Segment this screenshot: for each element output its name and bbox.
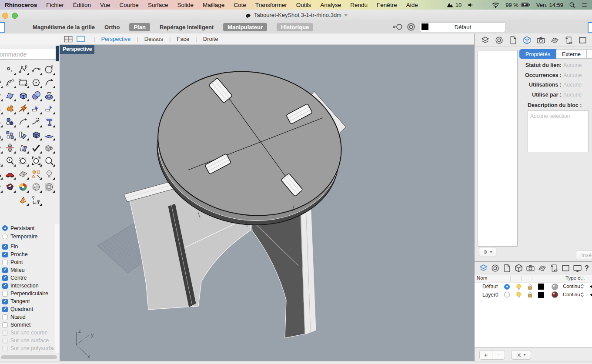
camera-panel-icon[interactable] [526,264,535,273]
add-layer-button[interactable]: + [480,351,492,359]
checkbox-disabled[interactable] [2,346,8,351]
layer-color-swatch[interactable] [538,292,544,298]
menu-item-surface[interactable]: Surface [148,2,168,8]
layer-row-défaut[interactable]: DéfautContinu [475,283,592,291]
layer-name[interactable]: Layer0 [482,292,498,298]
panel-divider[interactable] [475,261,592,262]
tool-cage-icon[interactable] [43,141,56,154]
checkbox-unchecked[interactable] [2,322,8,328]
layer-material-sphere-icon[interactable] [552,284,558,290]
current-layer-selector[interactable]: Défaut [420,22,506,32]
tool-extrude-icon[interactable] [43,128,56,141]
four-viewports-icon[interactable] [64,36,73,43]
perspective-viewport[interactable]: z y x Perspective [60,45,474,361]
tool-text-icon[interactable] [43,115,56,128]
column-separator[interactable] [532,276,532,281]
toolbar-toggle-3[interactable]: Repérage intelligent [160,24,214,30]
menu-item-aide[interactable]: Aide [406,2,418,8]
tool-split-icon[interactable] [43,102,56,115]
block-definitions-list[interactable] [478,50,518,247]
viewport-title-badge[interactable]: Perspective [60,45,94,54]
layer-name[interactable]: Défaut [482,284,498,290]
osnap-option-perpendiculaire[interactable]: Perpendiculaire [2,290,54,297]
grid2-panel-icon[interactable] [550,36,559,45]
checkbox-checked[interactable] [2,244,8,250]
layer-actions-gear-button[interactable] [511,350,531,360]
bluetooth-icon[interactable] [480,1,486,8]
wifi-icon[interactable] [492,2,500,8]
tool-dim-icon[interactable] [30,194,43,207]
cut-tool-icon-left[interactable] [0,22,5,33]
checkbox-unchecked[interactable] [2,291,8,297]
gumball-icon[interactable] [406,22,416,32]
single-viewport-icon[interactable] [77,36,85,42]
tool-fillet-icon[interactable] [17,115,30,128]
battery-status[interactable]: 99 % [505,1,531,9]
checkbox-checked[interactable] [2,299,8,304]
tool-select-icon[interactable] [30,167,43,180]
block-actions-gear-button[interactable] [479,247,496,257]
tool-rect-icon[interactable] [17,76,30,89]
notification-center-icon[interactable] [581,2,588,8]
checkbox-checked[interactable] [2,267,8,273]
layers-panel-icon[interactable] [479,264,488,273]
tool-zoome-icon[interactable] [30,154,43,167]
tool-blocks-icon[interactable] [3,128,17,141]
viewport-tab-droite[interactable]: Droite [203,36,218,42]
linetype-stepper-icon[interactable] [580,284,584,291]
scroll-panel-icon[interactable] [564,36,573,45]
layer-linetype[interactable]: Continu [563,284,580,289]
radio-unselected[interactable] [2,234,8,239]
frame-panel-icon[interactable] [561,264,570,273]
menu-item-cote[interactable]: Cote [234,2,246,8]
tool-curveinterp-icon[interactable] [30,63,43,76]
menu-item-courbe[interactable]: Courbe [120,2,139,8]
scroll-panel-icon[interactable] [549,264,559,273]
print-color-wedge-icon[interactable] [590,284,592,289]
column-separator[interactable] [543,276,543,281]
tool-check-icon[interactable] [30,141,43,154]
osnap-option-milieu[interactable]: Milieu [2,266,54,274]
tool-points-icon[interactable] [0,115,3,128]
checkbox-checked[interactable] [2,275,8,281]
osnap-option-surunesurface[interactable]: Sur une surface [2,337,54,344]
tool-arc-icon[interactable] [43,76,56,89]
tool-mirror-icon[interactable] [17,128,30,141]
layer-lock-icon[interactable] [527,291,533,298]
command-input[interactable] [0,49,57,60]
layer-visibility-bulb-icon[interactable] [515,284,522,290]
toolbar-toggle-4[interactable]: Manipulateur [223,23,267,31]
tool-offset-icon[interactable] [17,141,30,154]
osnap-option-tangent[interactable]: Tangent [2,297,54,305]
help-icon[interactable]: ? [585,264,589,272]
insert-block-button[interactable]: Insérer [576,250,592,260]
tool-car-icon[interactable] [0,167,3,180]
radio-selected[interactable] [2,225,8,231]
tool-cone-icon[interactable] [17,194,30,207]
osnap-mode-temporaire[interactable]: Temporaire [2,232,54,240]
tool-vase-icon[interactable] [3,180,17,194]
title-dropdown-icon[interactable] [344,14,348,17]
grid2-panel-icon[interactable] [538,264,547,273]
tool-car-icon[interactable] [3,167,17,180]
tool-align-icon[interactable] [3,141,17,154]
tool-align-icon[interactable] [0,141,3,154]
menu-item-fentre[interactable]: Fenêtre [377,2,397,8]
tool-colorwheel-icon[interactable] [17,180,30,194]
layer-material-sphere-icon[interactable] [552,291,558,298]
current-layer-radio[interactable] [504,292,510,297]
menu-item-vue[interactable]: Vue [100,2,110,8]
tool-rsphere-icon[interactable] [30,180,43,194]
tab-url[interactable]: URL [587,49,592,59]
toolbar-toggle-0[interactable]: Magnétisme de la grille [33,24,95,30]
tool-srf-icon[interactable] [3,89,17,102]
document-title[interactable]: Tabouret-KeyShot 3-1-tr-rhino.3dm [254,12,341,18]
checkbox-checked[interactable] [2,307,8,312]
checkbox-unchecked[interactable] [2,260,8,265]
column-name-header[interactable]: Nom [477,275,487,281]
checkbox-checked[interactable] [2,283,8,289]
checkbox-disabled[interactable] [2,338,8,344]
tool-blocks-icon[interactable] [0,128,3,141]
input-source-menu[interactable]: 10 [446,1,462,9]
layer-linetype[interactable]: Continu [563,292,580,297]
